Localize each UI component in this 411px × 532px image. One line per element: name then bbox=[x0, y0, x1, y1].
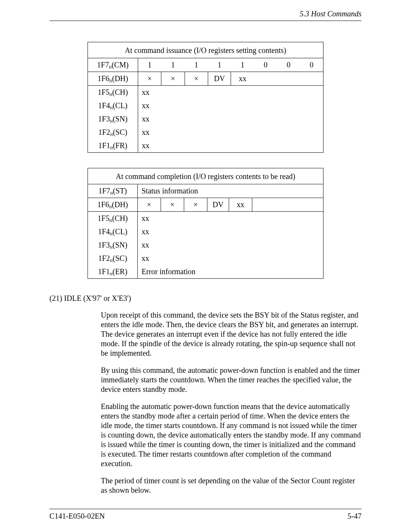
issuance-title: At command issuance (I/O registers setti… bbox=[88, 42, 323, 58]
bit: 1 bbox=[185, 58, 208, 72]
reg-label: 1F5H(CH) bbox=[88, 86, 138, 99]
bit: 1 bbox=[138, 58, 161, 72]
paragraph: The period of timer count is set dependi… bbox=[101, 476, 362, 495]
page-footer: C141-E050-02EN 5-47 bbox=[49, 512, 362, 521]
cell: × bbox=[138, 198, 161, 212]
cell: Status information bbox=[138, 184, 323, 198]
completion-row-cl: 1F4H(CL) xx bbox=[88, 225, 323, 238]
issuance-row-cl: 1F4H(CL) xx bbox=[88, 99, 323, 112]
completion-title: At command completion (I/O registers con… bbox=[88, 168, 323, 184]
footer-rule bbox=[49, 509, 362, 509]
cell: xx bbox=[138, 126, 323, 139]
cell: × bbox=[185, 72, 208, 86]
cell: xx bbox=[229, 198, 252, 212]
reg-label: 1F2H(SC) bbox=[88, 252, 138, 265]
reg-label: 1F3H(SN) bbox=[88, 238, 138, 252]
issuance-row-fr: 1F1H(FR) xx bbox=[88, 139, 323, 153]
bit: 0 bbox=[277, 58, 300, 72]
cell: DV bbox=[208, 72, 231, 86]
cell: xx bbox=[138, 238, 323, 252]
cell: xx bbox=[231, 72, 254, 86]
bit: 1 bbox=[208, 58, 231, 72]
completion-row-sc: 1F2H(SC) xx bbox=[88, 252, 323, 265]
issuance-row-sc: 1F2H(SC) xx bbox=[88, 126, 323, 139]
cell: × bbox=[184, 198, 207, 212]
cell: xx bbox=[138, 225, 323, 238]
doc-id: C141-E050-02EN bbox=[49, 512, 105, 521]
cell: xx bbox=[138, 112, 323, 126]
bit: 0 bbox=[300, 58, 323, 72]
issuance-row-cm: 1F7H(CM) 1 1 1 1 1 0 0 0 bbox=[88, 58, 323, 72]
bit: 1 bbox=[231, 58, 254, 72]
cell: xx bbox=[138, 212, 323, 225]
section-heading: (21) IDLE (X'97' or X'E3') bbox=[49, 294, 362, 303]
page-number: 5-47 bbox=[347, 512, 362, 521]
reg-label: 1F5H(CH) bbox=[88, 212, 138, 225]
cell: xx bbox=[138, 99, 323, 112]
issuance-row-ch: 1F5H(CH) xx bbox=[88, 86, 323, 99]
bit: 0 bbox=[254, 58, 277, 72]
bit: 1 bbox=[161, 58, 185, 72]
paragraph: By using this command, the automatic pow… bbox=[101, 366, 362, 394]
cell: × bbox=[161, 198, 184, 212]
cell: xx bbox=[138, 86, 323, 99]
cell: xx bbox=[138, 139, 323, 153]
issuance-table: At command issuance (I/O registers setti… bbox=[88, 42, 323, 153]
cell: × bbox=[161, 72, 185, 86]
reg-label: 1F1H(ER) bbox=[88, 265, 138, 279]
completion-table: At command completion (I/O registers con… bbox=[88, 168, 323, 279]
issuance-row-dh: 1F6H(DH) × × × DV xx bbox=[88, 72, 323, 86]
cell: × bbox=[138, 72, 161, 86]
reg-label: 1F2H(SC) bbox=[88, 126, 138, 139]
paragraph: Upon receipt of this command, the device… bbox=[101, 310, 362, 358]
completion-row-er: 1F1H(ER) Error information bbox=[88, 265, 323, 279]
cell: Error information bbox=[138, 265, 323, 279]
completion-row-sn: 1F3H(SN) xx bbox=[88, 238, 323, 252]
reg-label: 1F1H(FR) bbox=[88, 139, 138, 153]
cell: DV bbox=[207, 198, 229, 212]
completion-row-ch: 1F5H(CH) xx bbox=[88, 212, 323, 225]
cell: xx bbox=[138, 252, 323, 265]
reg-label: 1F7H(ST) bbox=[88, 184, 138, 198]
paragraph: Enabling the automatic power-down functi… bbox=[101, 402, 362, 468]
completion-row-st: 1F7H(ST) Status information bbox=[88, 184, 323, 198]
reg-label: 1F4H(CL) bbox=[88, 99, 138, 112]
reg-label: 1F3H(SN) bbox=[88, 112, 138, 126]
reg-label: 1F4H(CL) bbox=[88, 225, 138, 238]
page-header: 5.3 Host Commands bbox=[49, 10, 362, 21]
reg-label: 1F6H(DH) bbox=[88, 72, 138, 86]
reg-label: 1F6H(DH) bbox=[88, 198, 138, 212]
completion-row-dh: 1F6H(DH) × × × DV xx bbox=[88, 198, 323, 212]
reg-label: 1F7H(CM) bbox=[88, 58, 138, 72]
issuance-row-sn: 1F3H(SN) xx bbox=[88, 112, 323, 126]
